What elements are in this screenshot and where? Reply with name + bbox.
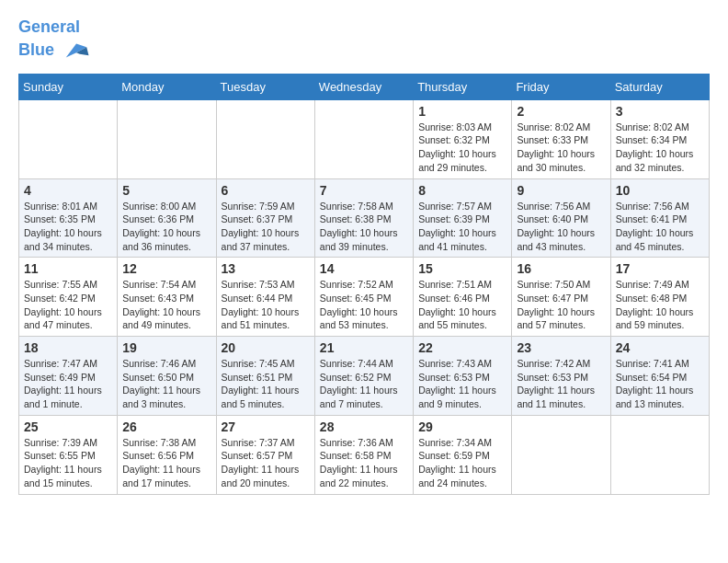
day-info: Sunrise: 7:51 AM Sunset: 6:46 PM Dayligh… [418, 278, 506, 332]
day-info: Sunrise: 8:02 AM Sunset: 6:33 PM Dayligh… [517, 121, 605, 175]
day-number: 26 [122, 419, 210, 434]
day-info: Sunrise: 7:38 AM Sunset: 6:56 PM Dayligh… [122, 436, 210, 490]
day-info: Sunrise: 7:39 AM Sunset: 6:55 PM Dayligh… [24, 436, 112, 490]
day-number: 24 [616, 340, 704, 355]
calendar-cell: 22Sunrise: 7:43 AM Sunset: 6:53 PM Dayli… [414, 337, 512, 416]
weekday-header: Wednesday [314, 74, 413, 99]
day-number: 18 [24, 340, 112, 355]
calendar-cell: 4Sunrise: 8:01 AM Sunset: 6:35 PM Daylig… [19, 178, 118, 258]
calendar-cell [19, 99, 118, 178]
day-number: 17 [616, 261, 704, 276]
day-info: Sunrise: 7:41 AM Sunset: 6:54 PM Dayligh… [616, 357, 704, 411]
day-number: 5 [122, 183, 210, 198]
calendar-cell: 15Sunrise: 7:51 AM Sunset: 6:46 PM Dayli… [414, 258, 512, 337]
day-number: 21 [320, 340, 408, 355]
day-info: Sunrise: 7:34 AM Sunset: 6:59 PM Dayligh… [418, 436, 506, 490]
day-info: Sunrise: 7:56 AM Sunset: 6:41 PM Dayligh… [616, 200, 704, 254]
day-number: 6 [222, 183, 310, 198]
calendar-cell: 23Sunrise: 7:42 AM Sunset: 6:53 PM Dayli… [512, 337, 610, 416]
day-number: 10 [616, 183, 704, 198]
calendar-cell [314, 99, 413, 178]
day-number: 1 [418, 104, 506, 119]
day-number: 8 [418, 183, 506, 198]
calendar-cell: 27Sunrise: 7:37 AM Sunset: 6:57 PM Dayli… [216, 415, 314, 494]
day-info: Sunrise: 8:00 AM Sunset: 6:36 PM Dayligh… [122, 200, 210, 254]
calendar-cell: 16Sunrise: 7:50 AM Sunset: 6:47 PM Dayli… [512, 258, 610, 337]
weekday-header: Saturday [610, 74, 709, 99]
day-info: Sunrise: 7:37 AM Sunset: 6:57 PM Dayligh… [222, 436, 310, 490]
calendar-cell: 13Sunrise: 7:53 AM Sunset: 6:44 PM Dayli… [216, 258, 314, 337]
day-info: Sunrise: 7:52 AM Sunset: 6:45 PM Dayligh… [320, 278, 408, 332]
weekday-header: Tuesday [216, 74, 314, 99]
calendar-cell [216, 99, 314, 178]
calendar-week-row: 25Sunrise: 7:39 AM Sunset: 6:55 PM Dayli… [19, 415, 710, 494]
logo: General Blue [18, 18, 90, 64]
calendar-cell: 7Sunrise: 7:58 AM Sunset: 6:38 PM Daylig… [314, 178, 413, 258]
day-number: 4 [24, 183, 112, 198]
day-number: 15 [418, 261, 506, 276]
calendar-cell: 21Sunrise: 7:44 AM Sunset: 6:52 PM Dayli… [314, 337, 413, 416]
calendar-cell [118, 99, 216, 178]
calendar-cell: 28Sunrise: 7:36 AM Sunset: 6:58 PM Dayli… [314, 415, 413, 494]
day-number: 20 [222, 340, 310, 355]
calendar-cell: 26Sunrise: 7:38 AM Sunset: 6:56 PM Dayli… [118, 415, 216, 494]
calendar-cell: 2Sunrise: 8:02 AM Sunset: 6:33 PM Daylig… [512, 99, 610, 178]
day-number: 28 [320, 419, 408, 434]
day-number: 3 [616, 104, 704, 119]
day-info: Sunrise: 7:36 AM Sunset: 6:58 PM Dayligh… [320, 436, 408, 490]
day-number: 25 [24, 419, 112, 434]
calendar-cell: 8Sunrise: 7:57 AM Sunset: 6:39 PM Daylig… [414, 178, 512, 258]
calendar-cell: 20Sunrise: 7:45 AM Sunset: 6:51 PM Dayli… [216, 337, 314, 416]
calendar-week-row: 11Sunrise: 7:55 AM Sunset: 6:42 PM Dayli… [19, 258, 710, 337]
day-number: 2 [517, 104, 605, 119]
calendar-cell: 1Sunrise: 8:03 AM Sunset: 6:32 PM Daylig… [414, 99, 512, 178]
day-info: Sunrise: 7:56 AM Sunset: 6:40 PM Dayligh… [517, 200, 605, 254]
calendar-cell: 24Sunrise: 7:41 AM Sunset: 6:54 PM Dayli… [610, 337, 709, 416]
day-info: Sunrise: 7:53 AM Sunset: 6:44 PM Dayligh… [222, 278, 310, 332]
logo-text-blue: Blue [18, 37, 90, 64]
weekday-header: Thursday [414, 74, 512, 99]
calendar-cell: 18Sunrise: 7:47 AM Sunset: 6:49 PM Dayli… [19, 337, 118, 416]
day-number: 22 [418, 340, 506, 355]
day-number: 14 [320, 261, 408, 276]
calendar-cell [610, 415, 709, 494]
day-info: Sunrise: 7:57 AM Sunset: 6:39 PM Dayligh… [418, 200, 506, 254]
calendar-table: SundayMondayTuesdayWednesdayThursdayFrid… [18, 74, 710, 495]
calendar-week-row: 18Sunrise: 7:47 AM Sunset: 6:49 PM Dayli… [19, 337, 710, 416]
day-info: Sunrise: 7:59 AM Sunset: 6:37 PM Dayligh… [222, 200, 310, 254]
calendar-cell: 3Sunrise: 8:02 AM Sunset: 6:34 PM Daylig… [610, 99, 709, 178]
calendar-cell [512, 415, 610, 494]
calendar-cell: 19Sunrise: 7:46 AM Sunset: 6:50 PM Dayli… [118, 337, 216, 416]
day-number: 7 [320, 183, 408, 198]
weekday-header: Friday [512, 74, 610, 99]
day-number: 12 [122, 261, 210, 276]
day-info: Sunrise: 7:45 AM Sunset: 6:51 PM Dayligh… [222, 357, 310, 411]
day-info: Sunrise: 7:49 AM Sunset: 6:48 PM Dayligh… [616, 278, 704, 332]
day-number: 16 [517, 261, 605, 276]
day-info: Sunrise: 7:47 AM Sunset: 6:49 PM Dayligh… [24, 357, 112, 411]
day-info: Sunrise: 8:01 AM Sunset: 6:35 PM Dayligh… [24, 200, 112, 254]
calendar-cell: 14Sunrise: 7:52 AM Sunset: 6:45 PM Dayli… [314, 258, 413, 337]
day-info: Sunrise: 8:02 AM Sunset: 6:34 PM Dayligh… [616, 121, 704, 175]
day-number: 9 [517, 183, 605, 198]
logo-bird-icon [63, 37, 90, 64]
calendar-cell: 29Sunrise: 7:34 AM Sunset: 6:59 PM Dayli… [414, 415, 512, 494]
day-info: Sunrise: 7:43 AM Sunset: 6:53 PM Dayligh… [418, 357, 506, 411]
weekday-header: Monday [118, 74, 216, 99]
day-number: 19 [122, 340, 210, 355]
day-number: 29 [418, 419, 506, 434]
calendar-cell: 6Sunrise: 7:59 AM Sunset: 6:37 PM Daylig… [216, 178, 314, 258]
day-number: 13 [222, 261, 310, 276]
calendar-week-row: 1Sunrise: 8:03 AM Sunset: 6:32 PM Daylig… [19, 99, 710, 178]
calendar-cell: 17Sunrise: 7:49 AM Sunset: 6:48 PM Dayli… [610, 258, 709, 337]
weekday-header-row: SundayMondayTuesdayWednesdayThursdayFrid… [19, 74, 710, 99]
calendar-week-row: 4Sunrise: 8:01 AM Sunset: 6:35 PM Daylig… [19, 178, 710, 258]
day-info: Sunrise: 7:55 AM Sunset: 6:42 PM Dayligh… [24, 278, 112, 332]
day-info: Sunrise: 7:58 AM Sunset: 6:38 PM Dayligh… [320, 200, 408, 254]
day-info: Sunrise: 7:42 AM Sunset: 6:53 PM Dayligh… [517, 357, 605, 411]
day-info: Sunrise: 8:03 AM Sunset: 6:32 PM Dayligh… [418, 121, 506, 175]
logo-text: General [18, 18, 90, 37]
day-info: Sunrise: 7:50 AM Sunset: 6:47 PM Dayligh… [517, 278, 605, 332]
weekday-header: Sunday [19, 74, 118, 99]
calendar-cell: 11Sunrise: 7:55 AM Sunset: 6:42 PM Dayli… [19, 258, 118, 337]
